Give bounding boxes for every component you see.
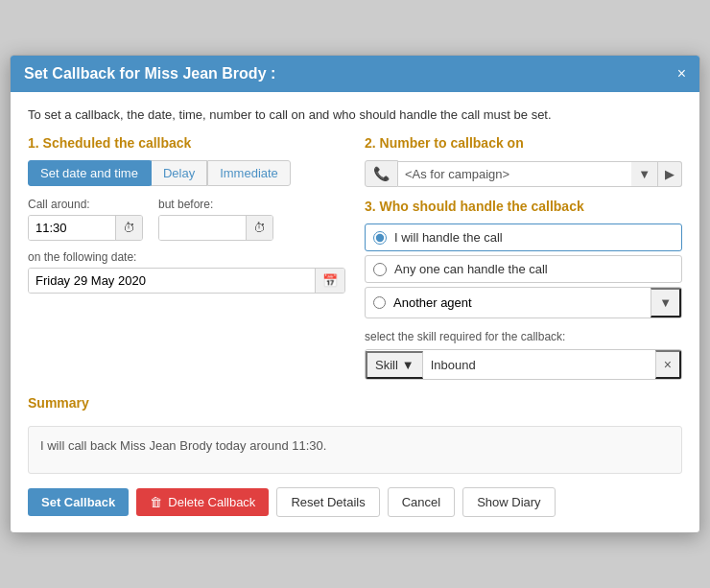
calendar-icon[interactable]: 📅	[315, 269, 344, 293]
on-date-group: on the following date: 📅	[28, 250, 345, 294]
call-around-clock-icon[interactable]: ⏱	[115, 216, 142, 240]
agent-select-row: Another agent ▼	[365, 287, 682, 318]
but-before-label: but before:	[158, 198, 273, 211]
section3-title: 3. Who should handle the callback	[365, 199, 682, 214]
skill-dropdown-chevron: ▼	[402, 358, 414, 372]
radio-anyone-label: Any one can handle the call	[394, 262, 548, 276]
modal-body: To set a callback, the date, time, numbe…	[11, 92, 699, 532]
phone-row: 📞 <As for campaign> ▼ ▶	[365, 160, 682, 187]
skill-section: select the skill required for the callba…	[365, 330, 682, 380]
date-input[interactable]	[29, 269, 315, 293]
who-section: 3. Who should handle the callback I will…	[365, 199, 682, 318]
summary-title: Summary	[28, 395, 682, 411]
left-column: 1. Scheduled the callback Set date and t…	[28, 135, 345, 380]
but-before-group: but before: ⏱	[158, 198, 273, 241]
callback-modal: Set Callback for Miss Jean Brody : × To …	[10, 55, 700, 533]
date-input-wrap: 📅	[28, 268, 345, 294]
intro-text: To set a callback, the date, time, numbe…	[28, 107, 682, 122]
phone-dropdown-arrow[interactable]: ▼	[631, 161, 658, 187]
radio-another-agent-label: Another agent	[393, 290, 651, 316]
skill-value: Inbound	[423, 353, 655, 377]
tab-delay[interactable]: Delay	[151, 160, 207, 186]
cancel-button[interactable]: Cancel	[388, 487, 455, 517]
skill-dropdown-button[interactable]: Skill ▼	[366, 351, 423, 379]
tab-immediate[interactable]: Immediate	[207, 160, 291, 186]
but-before-clock-icon[interactable]: ⏱	[246, 216, 272, 240]
time-fields-row: Call around: ⏱ but before: ⏱	[28, 198, 345, 241]
call-around-input[interactable]	[29, 216, 115, 240]
call-around-label: Call around:	[28, 198, 143, 211]
section1-title: 1. Scheduled the callback	[28, 135, 345, 151]
modal-header: Set Callback for Miss Jean Brody : ×	[11, 56, 699, 92]
delete-callback-label: Delete Callback	[168, 495, 255, 509]
radio-another-agent-input[interactable]	[373, 296, 386, 309]
agent-dropdown-arrow[interactable]: ▼	[651, 288, 681, 318]
phone-forward-button[interactable]: ▶	[658, 161, 682, 187]
summary-section: Summary I will call back Miss Jean Brody…	[28, 395, 682, 474]
show-diary-button[interactable]: Show Diary	[462, 487, 555, 517]
skill-label: select the skill required for the callba…	[365, 330, 682, 343]
skill-btn-label: Skill	[375, 358, 398, 372]
call-around-group: Call around: ⏱	[28, 198, 143, 241]
radio-i-will-handle-label: I will handle the call	[394, 230, 503, 245]
but-before-input[interactable]	[159, 216, 246, 240]
delete-icon: 🗑	[150, 495, 162, 509]
phone-select[interactable]: <As for campaign>	[398, 161, 631, 187]
modal-title: Set Callback for Miss Jean Brody :	[24, 65, 275, 82]
call-around-input-wrap: ⏱	[28, 215, 143, 241]
phone-icon-button[interactable]: 📞	[365, 160, 398, 187]
skill-clear-button[interactable]: ×	[655, 350, 681, 379]
radio-i-will-handle-input[interactable]	[373, 231, 387, 245]
skill-row: Skill ▼ Inbound ×	[365, 349, 682, 380]
schedule-tabs: Set date and time Delay Immediate	[28, 160, 345, 186]
close-button[interactable]: ×	[677, 66, 686, 82]
radio-anyone-input[interactable]	[373, 263, 387, 276]
radio-anyone[interactable]: Any one can handle the call	[365, 255, 682, 283]
two-col-layout: 1. Scheduled the callback Set date and t…	[28, 135, 682, 380]
tab-set-date[interactable]: Set date and time	[28, 160, 151, 186]
delete-callback-button[interactable]: 🗑 Delete Callback	[136, 488, 269, 516]
but-before-input-wrap: ⏱	[158, 215, 273, 241]
section2-title: 2. Number to callback on	[365, 135, 682, 151]
reset-details-button[interactable]: Reset Details	[276, 487, 379, 517]
on-date-label: on the following date:	[28, 250, 345, 264]
summary-text: I will call back Miss Jean Brody today a…	[28, 426, 682, 474]
right-column: 2. Number to callback on 📞 <As for campa…	[365, 135, 682, 380]
number-section: 2. Number to callback on 📞 <As for campa…	[365, 135, 682, 187]
footer: Set Callback 🗑 Delete Callback Reset Det…	[28, 487, 682, 517]
radio-i-will-handle[interactable]: I will handle the call	[365, 223, 682, 251]
set-callback-button[interactable]: Set Callback	[28, 488, 129, 516]
